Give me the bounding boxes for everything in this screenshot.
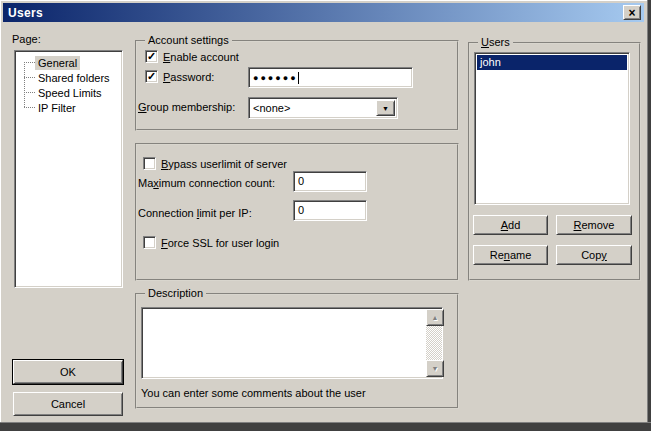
tree-item-label: General xyxy=(35,56,80,70)
description-scrollbar[interactable]: ▲ ▼ xyxy=(426,309,442,377)
cancel-button-label: Cancel xyxy=(51,398,85,410)
remove-button-label: Remove xyxy=(574,219,615,231)
bypass-userlimit-checkbox[interactable] xyxy=(143,157,156,170)
force-ssl-label: Force SSL for user login xyxy=(161,237,279,250)
tree-item-shared-folders[interactable]: Shared folders xyxy=(24,70,119,85)
tree-item-speed-limits[interactable]: Speed Limits xyxy=(24,85,119,100)
check-icon: ✓ xyxy=(147,71,156,82)
tree-item-label: Speed Limits xyxy=(35,86,105,100)
add-user-button[interactable]: Add xyxy=(473,215,548,235)
cancel-button[interactable]: Cancel xyxy=(13,392,123,416)
copy-button-label: Copy xyxy=(581,249,607,261)
users-group-title: Users xyxy=(478,36,513,48)
description-hint: You can enter some comments about the us… xyxy=(141,387,366,400)
tree-stub-icon xyxy=(24,62,35,63)
tree-stub-icon xyxy=(24,107,35,108)
close-button[interactable]: × xyxy=(623,5,641,20)
enable-account-checkbox[interactable]: ✓ xyxy=(145,50,158,63)
rename-user-button[interactable]: Rename xyxy=(473,245,548,265)
enable-account-label: Enable account xyxy=(163,51,239,64)
tree-stub-icon xyxy=(24,77,35,78)
tree-item-ip-filter[interactable]: IP Filter xyxy=(24,100,119,115)
description-group-title: Description xyxy=(145,287,206,299)
page-tree[interactable]: General Shared folders Speed Limits IP F… xyxy=(14,50,123,288)
force-ssl-checkbox[interactable] xyxy=(143,236,156,249)
scroll-up-button[interactable]: ▲ xyxy=(426,309,444,326)
password-input[interactable]: ●●●●●● xyxy=(248,67,413,88)
check-icon: ✓ xyxy=(147,51,156,62)
max-connection-count-label: Maximum connection count: xyxy=(138,177,275,190)
ok-button-label: OK xyxy=(60,366,76,378)
page-list-label: Page: xyxy=(12,33,41,46)
tree-stub-icon xyxy=(24,92,35,93)
arrow-up-icon: ▲ xyxy=(432,314,439,321)
group-membership-dropdown[interactable]: <none> ▼ xyxy=(248,97,398,119)
password-label: Password: xyxy=(163,71,214,84)
connection-limit-per-ip-label: Connection limit per IP: xyxy=(138,207,252,220)
scroll-down-button[interactable]: ▼ xyxy=(426,360,444,377)
add-button-label: Add xyxy=(501,219,521,231)
close-icon: × xyxy=(628,7,635,19)
connection-limit-per-ip-input[interactable]: 0 xyxy=(293,200,367,221)
dropdown-button[interactable]: ▼ xyxy=(376,100,395,116)
password-checkbox[interactable]: ✓ xyxy=(145,70,158,83)
copy-user-button[interactable]: Copy xyxy=(556,245,632,265)
password-masked-value: ●●●●●● xyxy=(253,73,298,83)
tree-item-label: IP Filter xyxy=(35,101,79,115)
users-listbox[interactable]: john xyxy=(474,52,630,205)
window-right-edge xyxy=(647,0,651,431)
title-bar[interactable]: Users × xyxy=(3,3,644,22)
group-membership-label: Group membership: xyxy=(138,101,235,114)
users-dialog: { "window": {"title": "Users"}, "icons":… xyxy=(0,0,651,431)
page-tree-items: General Shared folders Speed Limits IP F… xyxy=(24,55,119,284)
description-textarea[interactable] xyxy=(141,307,443,379)
remove-user-button[interactable]: Remove xyxy=(556,215,632,235)
group-membership-value: <none> xyxy=(253,100,290,116)
window-bottom-edge xyxy=(0,422,651,431)
rename-button-label: Rename xyxy=(490,249,532,261)
tree-item-label: Shared folders xyxy=(35,71,113,85)
arrow-down-icon: ▼ xyxy=(432,365,439,372)
text-cursor xyxy=(298,72,299,84)
user-list-item[interactable]: john xyxy=(477,55,627,70)
bypass-userlimit-label: Bypass userlimit of server xyxy=(161,158,287,171)
ok-button[interactable]: OK xyxy=(13,360,123,384)
chevron-down-icon: ▼ xyxy=(382,105,389,112)
tree-item-general[interactable]: General xyxy=(24,55,119,70)
account-settings-group-title: Account settings xyxy=(145,34,232,46)
max-connection-count-input[interactable]: 0 xyxy=(293,171,367,192)
window-title: Users xyxy=(3,6,43,20)
